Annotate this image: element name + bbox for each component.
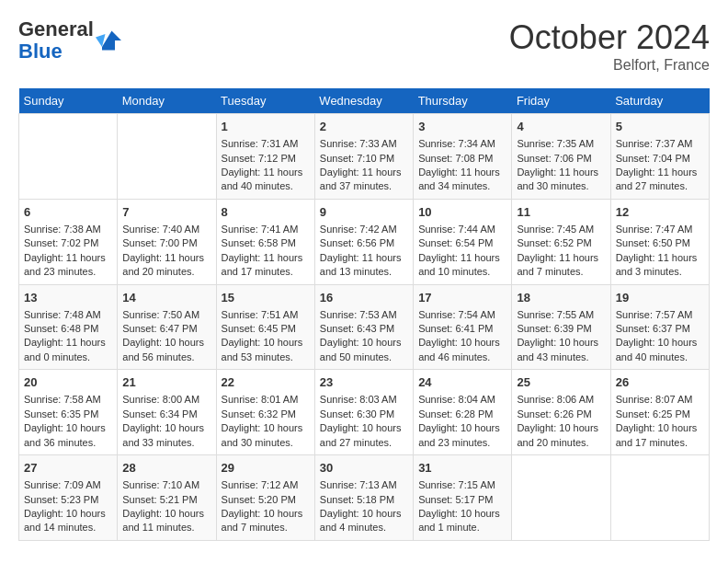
sunset-text: Sunset: 6:54 PM xyxy=(418,236,506,250)
sunrise-text: Sunrise: 8:04 AM xyxy=(418,393,506,407)
calendar-cell: 6Sunrise: 7:38 AMSunset: 7:02 PMDaylight… xyxy=(19,199,118,284)
calendar-cell: 14Sunrise: 7:50 AMSunset: 6:47 PMDayligh… xyxy=(118,284,216,370)
sunrise-text: Sunrise: 7:54 AM xyxy=(418,308,506,322)
calendar-cell xyxy=(19,114,118,200)
daylight-text: Daylight: 10 hours and 14 minutes. xyxy=(24,507,112,535)
calendar-cell: 10Sunrise: 7:44 AMSunset: 6:54 PMDayligh… xyxy=(414,199,512,284)
sunrise-text: Sunrise: 7:50 AM xyxy=(122,308,210,322)
sunset-text: Sunset: 7:10 PM xyxy=(320,152,408,166)
sunset-text: Sunset: 6:43 PM xyxy=(320,322,408,336)
page-header: General Blue October 2024 Belfort, Franc… xyxy=(18,18,710,74)
sunset-text: Sunset: 7:00 PM xyxy=(122,236,210,250)
daylight-text: Daylight: 10 hours and 27 minutes. xyxy=(320,421,408,450)
weekday-header-wednesday: Wednesday xyxy=(314,88,413,114)
day-number: 11 xyxy=(517,204,605,221)
day-number: 30 xyxy=(320,460,408,477)
logo-icon xyxy=(96,28,121,53)
day-number: 3 xyxy=(418,119,506,135)
sunrise-text: Sunrise: 8:06 AM xyxy=(517,393,605,407)
sunset-text: Sunset: 6:34 PM xyxy=(122,408,210,421)
calendar-cell: 27Sunrise: 7:09 AMSunset: 5:23 PMDayligh… xyxy=(19,455,118,541)
sunrise-text: Sunrise: 7:55 AM xyxy=(517,308,605,322)
day-number: 27 xyxy=(24,460,112,477)
sunrise-text: Sunrise: 8:00 AM xyxy=(122,393,210,407)
sunrise-text: Sunrise: 7:51 AM xyxy=(222,308,310,322)
logo-text: General Blue xyxy=(18,18,94,63)
daylight-text: Daylight: 10 hours and 1 minute. xyxy=(418,507,506,535)
calendar-week-row: 13Sunrise: 7:48 AMSunset: 6:48 PMDayligh… xyxy=(19,284,710,370)
daylight-text: Daylight: 10 hours and 40 minutes. xyxy=(616,336,704,364)
calendar-cell: 21Sunrise: 8:00 AMSunset: 6:34 PMDayligh… xyxy=(118,370,216,455)
calendar-cell: 23Sunrise: 8:03 AMSunset: 6:30 PMDayligh… xyxy=(314,370,413,455)
sunrise-text: Sunrise: 7:15 AM xyxy=(418,478,506,492)
calendar-week-row: 1Sunrise: 7:31 AMSunset: 7:12 PMDaylight… xyxy=(19,114,710,200)
calendar-cell: 26Sunrise: 8:07 AMSunset: 6:25 PMDayligh… xyxy=(610,370,709,455)
day-number: 1 xyxy=(222,119,310,135)
sunrise-text: Sunrise: 7:38 AM xyxy=(24,223,112,236)
sunrise-text: Sunrise: 7:44 AM xyxy=(418,223,506,236)
calendar-cell: 5Sunrise: 7:37 AMSunset: 7:04 PMDaylight… xyxy=(610,114,709,200)
sunrise-text: Sunrise: 7:47 AM xyxy=(616,223,704,236)
daylight-text: Daylight: 11 hours and 37 minutes. xyxy=(320,166,408,194)
day-number: 10 xyxy=(418,204,506,221)
calendar-cell: 16Sunrise: 7:53 AMSunset: 6:43 PMDayligh… xyxy=(314,284,413,370)
daylight-text: Daylight: 11 hours and 17 minutes. xyxy=(222,251,310,280)
daylight-text: Daylight: 11 hours and 34 minutes. xyxy=(418,166,506,194)
calendar-cell: 19Sunrise: 7:57 AMSunset: 6:37 PMDayligh… xyxy=(610,284,709,370)
sunrise-text: Sunrise: 7:40 AM xyxy=(122,223,210,236)
sunrise-text: Sunrise: 7:33 AM xyxy=(320,137,408,151)
sunset-text: Sunset: 6:26 PM xyxy=(517,408,605,421)
daylight-text: Daylight: 10 hours and 23 minutes. xyxy=(418,421,506,450)
daylight-text: Daylight: 11 hours and 7 minutes. xyxy=(517,251,605,280)
calendar-week-row: 20Sunrise: 7:58 AMSunset: 6:35 PMDayligh… xyxy=(19,370,710,455)
sunrise-text: Sunrise: 7:34 AM xyxy=(418,137,506,151)
sunrise-text: Sunrise: 8:07 AM xyxy=(616,393,704,407)
sunrise-text: Sunrise: 7:12 AM xyxy=(222,478,310,492)
title-block: October 2024 Belfort, France xyxy=(509,18,710,74)
sunset-text: Sunset: 6:50 PM xyxy=(616,236,704,250)
day-number: 20 xyxy=(24,374,112,391)
day-number: 17 xyxy=(418,290,506,306)
sunset-text: Sunset: 6:45 PM xyxy=(222,322,310,336)
day-number: 12 xyxy=(616,204,704,221)
day-number: 8 xyxy=(222,204,310,221)
sunrise-text: Sunrise: 7:09 AM xyxy=(24,478,112,492)
calendar-cell: 8Sunrise: 7:41 AMSunset: 6:58 PMDaylight… xyxy=(216,199,314,284)
sunrise-text: Sunrise: 8:03 AM xyxy=(320,393,408,407)
calendar-cell: 15Sunrise: 7:51 AMSunset: 6:45 PMDayligh… xyxy=(216,284,314,370)
day-number: 16 xyxy=(320,290,408,306)
daylight-text: Daylight: 11 hours and 13 minutes. xyxy=(320,251,408,280)
calendar-cell xyxy=(118,114,216,200)
calendar-cell: 20Sunrise: 7:58 AMSunset: 6:35 PMDayligh… xyxy=(19,370,118,455)
calendar-cell: 3Sunrise: 7:34 AMSunset: 7:08 PMDaylight… xyxy=(414,114,512,200)
calendar-week-row: 27Sunrise: 7:09 AMSunset: 5:23 PMDayligh… xyxy=(19,455,710,541)
calendar-cell: 12Sunrise: 7:47 AMSunset: 6:50 PMDayligh… xyxy=(610,199,709,284)
weekday-header-friday: Friday xyxy=(512,88,610,114)
calendar-cell xyxy=(512,455,610,541)
day-number: 28 xyxy=(122,460,210,477)
day-number: 13 xyxy=(24,290,112,306)
month-title: October 2024 xyxy=(509,18,710,57)
calendar-cell: 1Sunrise: 7:31 AMSunset: 7:12 PMDaylight… xyxy=(216,114,314,200)
sunrise-text: Sunrise: 7:13 AM xyxy=(320,478,408,492)
daylight-text: Daylight: 11 hours and 10 minutes. xyxy=(418,251,506,280)
svg-marker-0 xyxy=(102,31,121,51)
calendar-cell: 4Sunrise: 7:35 AMSunset: 7:06 PMDaylight… xyxy=(512,114,610,200)
calendar-cell: 9Sunrise: 7:42 AMSunset: 6:56 PMDaylight… xyxy=(314,199,413,284)
sunset-text: Sunset: 6:48 PM xyxy=(24,322,112,336)
daylight-text: Daylight: 10 hours and 46 minutes. xyxy=(418,336,506,364)
daylight-text: Daylight: 10 hours and 56 minutes. xyxy=(122,336,210,364)
sunrise-text: Sunrise: 7:53 AM xyxy=(320,308,408,322)
calendar-cell: 7Sunrise: 7:40 AMSunset: 7:00 PMDaylight… xyxy=(118,199,216,284)
daylight-text: Daylight: 10 hours and 30 minutes. xyxy=(222,421,310,450)
daylight-text: Daylight: 10 hours and 17 minutes. xyxy=(616,421,704,450)
sunrise-text: Sunrise: 7:45 AM xyxy=(517,223,605,236)
sunrise-text: Sunrise: 7:41 AM xyxy=(222,223,310,236)
day-number: 23 xyxy=(320,374,408,391)
daylight-text: Daylight: 10 hours and 4 minutes. xyxy=(320,507,408,535)
day-number: 4 xyxy=(517,119,605,135)
sunset-text: Sunset: 6:41 PM xyxy=(418,322,506,336)
day-number: 31 xyxy=(418,460,506,477)
sunset-text: Sunset: 7:04 PM xyxy=(616,152,704,166)
daylight-text: Daylight: 10 hours and 43 minutes. xyxy=(517,336,605,364)
